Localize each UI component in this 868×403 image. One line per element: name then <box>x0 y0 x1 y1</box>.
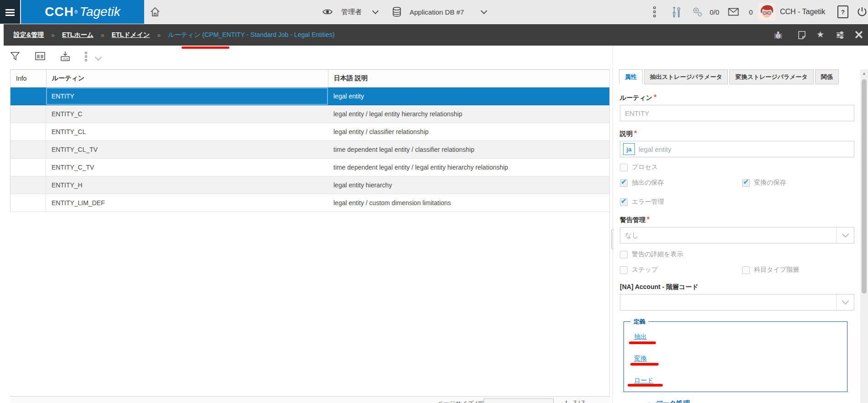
panel-scrollbar-thumb[interactable] <box>862 79 867 294</box>
tab-transform-storage-params[interactable]: 変換ストレージパラメータ <box>729 69 813 84</box>
power-logout-icon[interactable] <box>857 0 868 24</box>
description-cell[interactable]: legal entity <box>328 88 609 105</box>
routine-cell[interactable]: ENTITY_C_TV <box>46 159 328 176</box>
chevron-down-icon[interactable] <box>482 0 486 24</box>
home-icon[interactable] <box>150 0 161 24</box>
account-name-label[interactable]: CCH - Tagetik <box>780 0 825 24</box>
tools-icon[interactable] <box>671 0 681 24</box>
favorite-star-icon[interactable]: ★ <box>816 29 826 38</box>
page-size-select[interactable] <box>483 398 554 403</box>
scroll-up-arrow-icon[interactable]: ▲ <box>860 71 868 76</box>
collapse-triangle-icon: ▼ <box>647 401 652 403</box>
table-row[interactable]: ENTITY_LIM_DEF legal entity / custom dim… <box>10 194 609 212</box>
process-checkbox[interactable] <box>620 164 628 171</box>
panel-scrollbar[interactable]: ▲ <box>860 69 868 403</box>
gears-icon[interactable] <box>691 0 703 24</box>
attributes-form: ルーティン* ENTITY 説明* ja legal entity プロセス ✔… <box>620 84 854 403</box>
step-checkbox[interactable] <box>620 266 628 274</box>
filter-icon[interactable] <box>10 51 20 63</box>
description-cell[interactable]: legal entity / legal entity hierarchy re… <box>328 105 609 123</box>
table-row[interactable]: ENTITY_CL_TV time dependent legal entity… <box>10 141 609 159</box>
more-options-icon[interactable] <box>84 51 88 64</box>
hamburger-menu-icon[interactable] <box>0 0 20 24</box>
transform-link[interactable]: 変換 <box>634 355 647 363</box>
new-document-icon[interactable] <box>797 31 806 40</box>
column-header-description[interactable]: 日本語 説明 <box>328 70 609 87</box>
chevron-down-icon[interactable] <box>96 53 101 62</box>
chevron-down-icon[interactable] <box>836 227 854 243</box>
description-input[interactable]: ja legal entity <box>620 141 854 157</box>
table-header-row: Info ルーティン 日本語 説明 <box>10 70 609 88</box>
table-row[interactable]: ENTITY legal entity <box>10 88 609 105</box>
view-eye-icon[interactable] <box>322 0 333 24</box>
routine-input: ENTITY <box>620 105 854 121</box>
database-selector-label[interactable]: Application DB #7 <box>410 0 464 24</box>
close-icon[interactable] <box>855 31 864 40</box>
message-counter-badge[interactable]: 0 <box>749 0 753 24</box>
description-cell[interactable]: time dependent legal entity / classifier… <box>328 141 609 158</box>
table-row[interactable]: ENTITY_C legal entity / legal entity hie… <box>10 105 609 123</box>
columns-layout-icon[interactable] <box>35 51 46 63</box>
error-management-checkbox[interactable]: ✔ <box>620 198 628 206</box>
chevron-down-icon[interactable] <box>373 0 378 24</box>
table-row[interactable]: ENTITY_H legal entity hierarchy <box>10 176 609 194</box>
column-header-routine[interactable]: ルーティン <box>46 70 328 87</box>
column-header-info[interactable]: Info <box>10 70 46 87</box>
kebab-menu-icon[interactable] <box>652 0 657 24</box>
logo-tagetik: Tagetik <box>79 5 120 19</box>
routine-cell[interactable]: ENTITY_CL <box>46 123 328 140</box>
extract-link[interactable]: 抽出 <box>634 333 647 341</box>
logo-registered-mark: ® <box>74 10 78 15</box>
app-logo: CCH®Tagetik <box>21 0 144 24</box>
logo-cch: CCH <box>45 5 74 19</box>
help-icon[interactable]: ? <box>837 0 848 24</box>
settings-sliders-icon[interactable] <box>836 31 845 40</box>
tab-extract-storage-params[interactable]: 抽出ストレージパラメータ <box>644 69 728 84</box>
definition-legend: 定義 <box>630 318 649 326</box>
routine-cell[interactable]: ENTITY_CL_TV <box>46 141 328 158</box>
show-warning-details-label: 警告の詳細を表示 <box>632 250 683 258</box>
warning-management-select[interactable]: なし <box>620 227 854 243</box>
description-cell[interactable]: legal entity hierarchy <box>328 176 609 194</box>
description-field-label: 説明 <box>620 130 633 137</box>
description-cell[interactable]: legal entity / classifier relationship <box>328 123 609 140</box>
avatar[interactable] <box>758 0 775 24</box>
routine-cell[interactable]: ENTITY_H <box>46 176 328 194</box>
envelope-icon[interactable] <box>728 0 739 24</box>
description-cell[interactable]: time dependent legal entity / legal enti… <box>328 159 609 176</box>
routine-cell[interactable]: ENTITY_C <box>46 105 328 123</box>
breadcrumb-item-etl-domain[interactable]: ETLドメイン <box>112 31 150 39</box>
account-hierarchy-code-select[interactable] <box>620 294 854 310</box>
save-transform-checkbox[interactable]: ✔ <box>742 179 750 187</box>
checkmark-icon: ✔ <box>621 178 627 186</box>
definition-fieldset: 定義 抽出 変換 ロード <box>624 321 847 392</box>
tab-attributes[interactable]: 属性 <box>619 69 643 84</box>
breadcrumb-item-settings[interactable]: 設定&管理 <box>14 31 44 39</box>
show-warning-details-checkbox[interactable] <box>620 251 628 258</box>
export-xls-icon[interactable]: .XLS <box>59 51 71 64</box>
process-checkbox-label: プロセス <box>632 163 658 171</box>
user-role-label[interactable]: 管理者 <box>341 0 362 24</box>
database-icon[interactable] <box>391 0 402 24</box>
table-row[interactable]: ENTITY_C_TV time dependent legal entity … <box>10 159 609 176</box>
job-counter-badge[interactable]: 0/0 <box>710 0 719 24</box>
chevron-down-icon[interactable] <box>836 294 854 310</box>
language-badge[interactable]: ja <box>623 143 635 155</box>
pagination-range-label: 1 - 7 / 7 <box>565 399 585 403</box>
debug-bug-icon[interactable] <box>774 31 783 40</box>
description-cell[interactable]: legal entity / custom dimension limitati… <box>328 194 609 212</box>
data-processing-section-toggle[interactable]: ▼ データ処理 <box>647 399 854 403</box>
routine-cell[interactable]: ENTITY_LIM_DEF <box>46 194 328 212</box>
account-type-hierarchy-checkbox[interactable] <box>742 266 750 274</box>
account-type-hierarchy-label: 科目タイプ階層 <box>754 266 799 274</box>
save-extract-checkbox[interactable]: ✔ <box>620 179 628 187</box>
breadcrumb-current-page[interactable]: ルーティン (CPM_ENTITY - Standard Job - Legal… <box>168 31 334 39</box>
tab-relations[interactable]: 関係 <box>815 69 839 84</box>
routine-cell[interactable]: ENTITY <box>46 88 328 105</box>
breadcrumb-item-etl-home[interactable]: ETLホーム <box>62 31 94 39</box>
breadcrumb-separator: » <box>51 31 55 39</box>
error-management-checkbox-label: エラー管理 <box>632 198 664 206</box>
routine-field-label: ルーティン <box>620 94 652 101</box>
table-row[interactable]: ENTITY_CL legal entity / classifier rela… <box>10 123 609 141</box>
breadcrumb: 設定&管理 » ETLホーム » ETLドメイン » ルーティン (CPM_EN… <box>4 24 868 46</box>
